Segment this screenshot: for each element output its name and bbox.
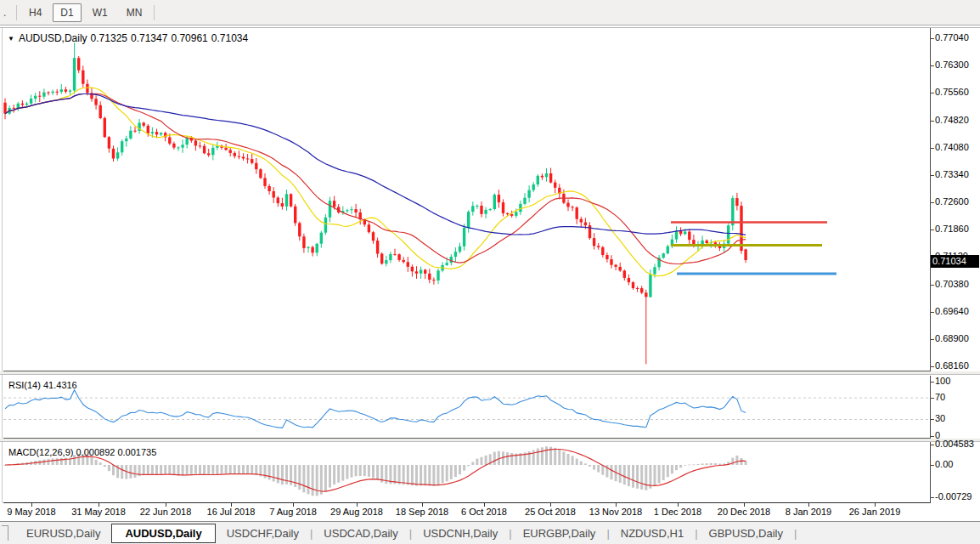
macd-axis-label: 0.004583: [935, 439, 974, 449]
price-axis-tick: [931, 312, 934, 313]
time-axis-label: 25 Oct 2018: [525, 507, 576, 517]
chart-window-left-border: [2, 28, 3, 503]
price-axis-tick: [931, 285, 934, 286]
rsi-axis-label: 70: [935, 392, 945, 402]
chart-tab-usdchf[interactable]: USDCHF,Daily: [216, 524, 310, 542]
chart-dropdown-icon[interactable]: ▼: [8, 35, 14, 42]
rsi-axis-label: 30: [935, 413, 945, 423]
price-axis-label: 0.71860: [935, 224, 969, 234]
rsi-name: RSI(14): [8, 380, 41, 390]
macd-axis-tick: [931, 445, 934, 445]
price-axis-tick: [931, 339, 934, 340]
rsi-label: RSI(14) 41.4316: [8, 380, 77, 390]
price-axis-tick: [931, 148, 934, 149]
chart-symbol: AUDUSD,Daily: [19, 32, 87, 44]
rsi-axis-tick: [931, 436, 934, 437]
price-axis-tick: [931, 121, 934, 122]
macd-axis-tick: [931, 465, 934, 466]
time-axis-label: 1 Dec 2018: [654, 507, 701, 517]
ohlc-high: 0.71347: [131, 32, 167, 44]
rsi-axis-tick: [931, 398, 934, 399]
timeframe-button-h4[interactable]: H4: [21, 3, 49, 22]
toolbar-separator: [16, 5, 17, 20]
chart-tab-gbpusd[interactable]: GBPUSD,Daily: [698, 524, 794, 542]
current-price-box: 0.71034: [931, 255, 979, 268]
price-axis-label: 0.75560: [935, 87, 969, 97]
macd-signal-value: 0.001735: [117, 447, 156, 457]
time-axis-label: 22 Jun 2018: [140, 507, 192, 517]
price-chart-canvas[interactable]: [3, 28, 930, 371]
macd-axis-label: 0.00: [935, 459, 953, 469]
price-axis-tick: [931, 175, 934, 176]
timeframe-button-d1[interactable]: D1: [53, 3, 81, 22]
timeframe-toolbar: . H4D1W1MN: [0, 0, 980, 26]
time-axis-label: 31 May 2018: [71, 507, 126, 517]
macd-name: MACD(12,26,9): [8, 447, 73, 457]
time-axis[interactable]: 9 May 201831 May 201822 Jun 201816 Jul 2…: [0, 503, 980, 521]
rsi-axis-tick: [931, 419, 934, 420]
price-axis-label: 0.68160: [935, 360, 969, 371]
macd-axis-tick: [931, 497, 934, 498]
time-axis-label: 18 Sep 2018: [396, 507, 448, 517]
price-axis-tick: [931, 202, 934, 203]
price-axis-label: 0.73340: [935, 169, 969, 179]
price-axis-tick: [931, 65, 934, 66]
chart-tab-nzdusd[interactable]: NZDUSD,H1: [610, 524, 695, 542]
time-axis-label: 8 Jan 2019: [786, 507, 831, 517]
price-axis-label: 0.69640: [935, 306, 969, 316]
macd-axis-label: -0.00729: [935, 491, 972, 502]
chart-title: ▼AUDUSD,Daily0.713250.713470.709610.7103…: [8, 32, 251, 44]
ohlc-open: 0.71325: [91, 32, 127, 44]
toolbar-separator-2: [154, 5, 155, 20]
chart-tab-eurusd[interactable]: EURUSD,Daily: [15, 524, 111, 542]
panel-splitter[interactable]: [0, 371, 980, 375]
ohlc-low: 0.70961: [171, 32, 207, 44]
time-axis-label: 6 Oct 2018: [461, 507, 507, 517]
price-chart-panel[interactable]: [3, 28, 931, 371]
rsi-axis-label: 100: [935, 376, 950, 386]
partial-tab[interactable]: [2, 525, 8, 541]
price-axis-tick: [931, 38, 934, 39]
price-axis-label: 0.74820: [935, 115, 969, 125]
rsi-canvas[interactable]: [3, 376, 930, 438]
timeframe-buttons: H4D1W1MN: [20, 3, 151, 22]
rsi-panel[interactable]: [3, 376, 931, 439]
ohlc-close: 0.71034: [211, 32, 248, 44]
time-axis-label: 29 Aug 2018: [330, 507, 383, 517]
tab-separator: |: [794, 527, 797, 540]
macd-label: MACD(12,26,9) 0.000892 0.001735: [8, 447, 156, 457]
price-axis-label: 0.72600: [935, 196, 969, 207]
chart-tab-usdcnh[interactable]: USDCNH,Daily: [412, 524, 509, 542]
chart-tab-bar: EURUSD,DailyAUDUSD,DailyUSDCHF,Daily|USD…: [0, 521, 980, 544]
partial-toolbar-button[interactable]: .: [0, 7, 14, 19]
time-axis-label: 13 Nov 2018: [589, 507, 642, 517]
rsi-axis-tick: [931, 382, 934, 382]
chart-tab-usdcad[interactable]: USDCAD,Daily: [313, 524, 408, 542]
price-axis-label: 0.68900: [935, 333, 969, 343]
time-axis-label: 9 May 2018: [7, 507, 55, 517]
chart-tab-audusd[interactable]: AUDUSD,Daily: [111, 524, 215, 543]
price-axis-tick: [931, 230, 934, 230]
timeframe-button-mn[interactable]: MN: [119, 3, 150, 22]
time-axis-label: 26 Jan 2019: [849, 507, 901, 517]
price-axis-label: 0.74080: [935, 142, 969, 152]
timeframe-button-w1[interactable]: W1: [85, 3, 115, 22]
time-axis-label: 7 Aug 2018: [269, 507, 317, 517]
price-axis-tick: [931, 93, 934, 94]
chart-tab-eurgbp[interactable]: EURGBP,Daily: [512, 524, 607, 542]
macd-value: 0.000892: [76, 447, 115, 457]
price-axis-tick: [931, 366, 934, 367]
price-axis-label: 0.77040: [935, 32, 969, 42]
price-axis-label: 0.76300: [935, 60, 969, 70]
time-axis-label: 16 Jul 2018: [207, 507, 256, 517]
price-axis-label: 0.70380: [935, 279, 969, 289]
rsi-value: 41.4316: [43, 380, 77, 390]
time-axis-label: 20 Dec 2018: [718, 507, 770, 517]
